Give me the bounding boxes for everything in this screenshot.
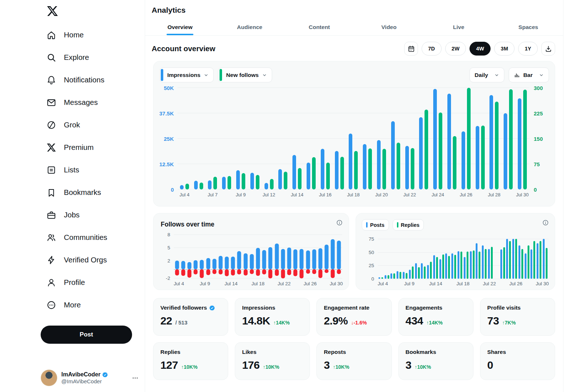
new-follows-bar bbox=[425, 110, 428, 189]
day-group bbox=[286, 234, 292, 278]
posts-bar bbox=[488, 249, 490, 279]
y-axis-tick: 5 bbox=[160, 245, 170, 250]
impressions-series-dropdown[interactable]: Impressions bbox=[159, 68, 214, 82]
range-2w[interactable]: 2W bbox=[445, 42, 466, 56]
day-group bbox=[402, 239, 408, 279]
replies-bar bbox=[521, 249, 523, 279]
day-group bbox=[261, 234, 267, 278]
new-follows-bar bbox=[242, 173, 245, 189]
briefcase-icon bbox=[46, 210, 56, 220]
bolt-icon bbox=[46, 255, 56, 265]
post-button[interactable]: Post bbox=[41, 326, 132, 344]
range-4w[interactable]: 4W bbox=[470, 42, 491, 56]
chart-type-dropdown[interactable]: Bar bbox=[509, 68, 549, 82]
impressions-bar bbox=[405, 146, 409, 189]
replies-bar bbox=[485, 249, 487, 279]
page-title: Analytics bbox=[145, 0, 563, 19]
info-icon[interactable] bbox=[542, 219, 549, 226]
sidebar-item-premium[interactable]: Premium bbox=[46, 136, 145, 159]
posts-bar bbox=[451, 253, 453, 279]
day-group bbox=[530, 239, 536, 279]
impressions-bar bbox=[292, 155, 296, 189]
sidebar-item-home[interactable]: Home bbox=[46, 24, 145, 46]
metric-label: Engagement rate bbox=[324, 305, 384, 311]
posts-bar bbox=[433, 255, 435, 279]
metric-delta: ↑10K% bbox=[333, 364, 349, 370]
replies-bar bbox=[399, 272, 401, 279]
calendar-button[interactable] bbox=[404, 42, 418, 56]
metric-value-row: 14.8K↑14K% bbox=[242, 315, 303, 327]
y-axis-tick: 25 bbox=[364, 263, 374, 268]
follows-gained-bar bbox=[187, 262, 191, 269]
info-icon[interactable] bbox=[336, 219, 343, 226]
metric-value-row: 127↑10K% bbox=[160, 359, 221, 371]
tab-content[interactable]: Content bbox=[284, 19, 354, 35]
follows-lost-bar bbox=[243, 269, 247, 275]
x-axis-label: Jul 12 bbox=[262, 192, 276, 197]
metric-value: 3 bbox=[324, 359, 329, 371]
tab-live[interactable]: Live bbox=[424, 19, 493, 35]
interval-dropdown[interactable]: Daily bbox=[470, 68, 504, 82]
new-follows-series-dropdown[interactable]: New follows bbox=[218, 68, 272, 82]
x-axis-label: Jul 22 bbox=[278, 281, 291, 286]
chevron-down-icon bbox=[494, 73, 499, 78]
posts-bar bbox=[415, 263, 417, 279]
range-1y[interactable]: 1Y bbox=[518, 42, 538, 56]
follows-plot: 852-2 bbox=[174, 234, 342, 278]
x-axis-label: Jul 4 bbox=[378, 281, 388, 286]
sidebar-item-profile[interactable]: Profile bbox=[46, 271, 145, 294]
metric-value: 14.8K bbox=[242, 315, 270, 327]
sidebar-item-explore[interactable]: Explore bbox=[46, 46, 145, 69]
tab-audience[interactable]: Audience bbox=[215, 19, 284, 35]
download-button[interactable] bbox=[541, 42, 555, 56]
posts-swatch bbox=[366, 222, 368, 228]
sidebar-item-messages[interactable]: Messages bbox=[46, 91, 145, 114]
follows-lost-bar bbox=[287, 269, 291, 275]
day-group bbox=[347, 88, 361, 189]
sidebar-item-notifications[interactable]: Notifications bbox=[46, 69, 145, 91]
posts-x-axis: Jul 4Jul 9Jul 14Jul 18Jul 22Jul 26Jul 30 bbox=[378, 281, 548, 287]
new-follows-bar bbox=[411, 148, 414, 189]
sidebar-item-lists[interactable]: Lists bbox=[46, 159, 145, 181]
range-3m[interactable]: 3M bbox=[494, 42, 515, 56]
gridline bbox=[378, 279, 548, 279]
follows-gained-bar bbox=[175, 261, 179, 269]
sidebar-item-bookmarks[interactable]: Bookmarks bbox=[46, 181, 145, 204]
day-group bbox=[501, 88, 515, 189]
day-group bbox=[417, 88, 431, 189]
impressions-bar bbox=[377, 140, 381, 189]
day-group bbox=[299, 234, 305, 278]
sidebar-item-verified-orgs[interactable]: Verified Orgs bbox=[46, 249, 145, 271]
follows-lost-bar bbox=[294, 269, 298, 276]
x-logo-icon[interactable] bbox=[46, 5, 58, 17]
legend-replies[interactable]: Replies bbox=[393, 219, 424, 230]
impressions-bar bbox=[236, 170, 240, 189]
sidebar-item-more[interactable]: More bbox=[46, 294, 145, 316]
account-switcher[interactable]: ImAvibeCoder @ImAVibeCoder bbox=[41, 369, 139, 386]
more-options-icon[interactable] bbox=[132, 375, 139, 381]
legend-posts[interactable]: Posts bbox=[362, 219, 389, 230]
follows-lost-bar bbox=[181, 269, 185, 276]
follows-lost-bar bbox=[218, 269, 222, 274]
impressions-bar bbox=[462, 131, 465, 189]
metric-label-text: Verified followers bbox=[160, 305, 207, 311]
sidebar-item-communities[interactable]: Communities bbox=[46, 226, 145, 249]
bookmark-icon bbox=[46, 188, 56, 197]
follows-lost-bar bbox=[237, 269, 241, 274]
range-7d[interactable]: 7D bbox=[422, 42, 442, 56]
new-follows-bar bbox=[256, 175, 259, 189]
sidebar-item-grok[interactable]: Grok bbox=[46, 114, 145, 136]
sidebar-item-jobs[interactable]: Jobs bbox=[46, 204, 145, 226]
main-plot bbox=[177, 88, 529, 189]
impressions-bar bbox=[307, 163, 310, 189]
y-axis-tick: 2 bbox=[160, 258, 170, 264]
impressions-bar bbox=[504, 113, 507, 189]
day-group bbox=[487, 88, 501, 189]
tab-spaces[interactable]: Spaces bbox=[493, 19, 563, 35]
replies-bar bbox=[448, 256, 450, 279]
day-group bbox=[177, 88, 192, 189]
tab-video[interactable]: Video bbox=[354, 19, 424, 35]
x-axis-label: Jul 24 bbox=[431, 192, 445, 197]
follows-lost-bar bbox=[225, 269, 229, 276]
tab-overview[interactable]: Overview bbox=[145, 19, 215, 35]
